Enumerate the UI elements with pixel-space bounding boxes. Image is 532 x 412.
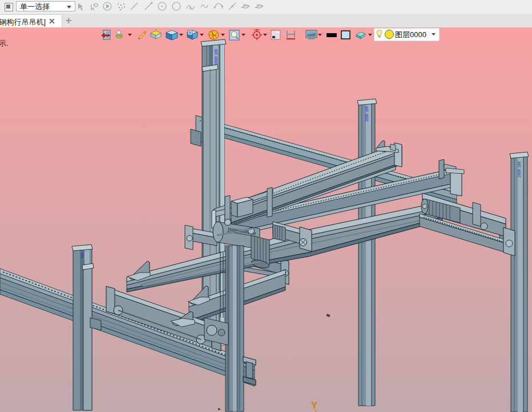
svg-text:2890 188: 2890 188 <box>517 162 521 177</box>
svg-text:890: 890 <box>80 252 84 258</box>
svg-text:Y: Y <box>311 400 318 411</box>
svg-text:2890 188: 2890 188 <box>365 106 369 122</box>
svg-text:图层0000: 图层0000 <box>395 30 426 39</box>
svg-text:示.: 示. <box>0 39 9 47</box>
svg-text:2890 188: 2890 188 <box>214 49 218 65</box>
